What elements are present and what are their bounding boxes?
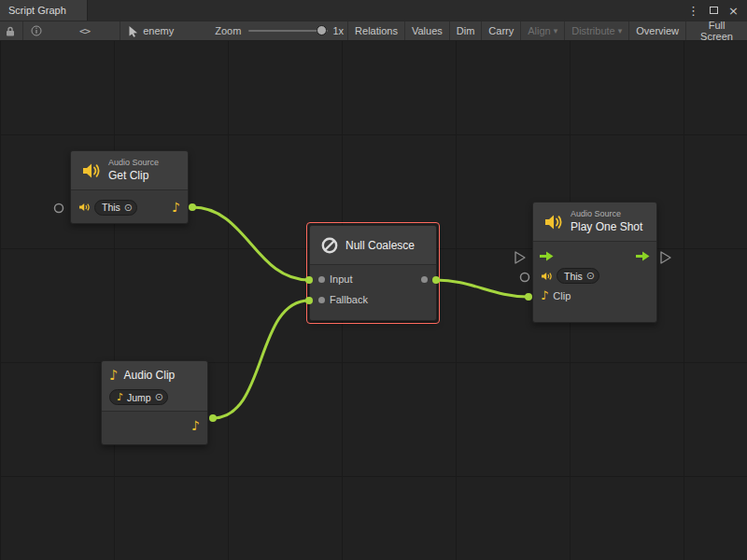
maximize-icon[interactable] (710, 7, 718, 14)
chevron-down-icon: ▾ (618, 26, 623, 35)
chevron-down-icon: ▾ (554, 26, 558, 35)
full-screen-button[interactable]: Full Screen (685, 21, 747, 40)
kebab-menu-icon[interactable]: ⋮ (687, 5, 699, 17)
values-button[interactable]: Values (404, 21, 449, 40)
distribute-button[interactable]: Distribute ▾ (564, 21, 628, 40)
graph-canvas[interactable]: Audio Source Get Clip This ⊙ ♪ (0, 41, 747, 560)
zoom-label: Zoom (215, 25, 241, 36)
wire-get-clip-to-input[interactable] (192, 207, 309, 280)
toolbar-separator (22, 21, 23, 40)
distribute-label: Distribute (571, 25, 614, 36)
cursor-icon (128, 25, 138, 37)
port-get-clip-this-input[interactable] (55, 204, 63, 213)
port-play-one-shot-this-input[interactable] (521, 273, 529, 282)
zoom-slider[interactable] (248, 21, 328, 41)
wire-endpoint-dot[interactable] (305, 297, 313, 304)
zoom-value: 1x (332, 25, 344, 36)
wires-overlay (0, 41, 747, 560)
info-icon[interactable] (25, 21, 48, 40)
carry-button[interactable]: Carry (481, 21, 520, 40)
code-preview-icon[interactable]: <> (74, 21, 95, 40)
wire-endpoint-dot[interactable] (525, 293, 532, 301)
relations-button[interactable]: Relations (347, 21, 404, 40)
wire-endpoint-dot[interactable] (209, 414, 217, 422)
wire-null-coalesce-to-clip[interactable] (436, 280, 529, 297)
tab-script-graph[interactable]: Script Graph (0, 0, 88, 21)
port-flow-input[interactable] (515, 252, 525, 263)
toolbar-buttons: Relations Values Dim Carry Align ▾ Distr… (347, 21, 747, 40)
align-label: Align (528, 25, 550, 36)
overview-button[interactable]: Overview (628, 21, 685, 40)
wire-endpoint-dot[interactable] (432, 276, 440, 284)
zoom-slider-knob[interactable] (317, 25, 327, 35)
wire-endpoint-dot[interactable] (305, 276, 313, 284)
code-icon-glyph: <> (79, 25, 90, 37)
script-graph-window: Script Graph ⋮ × <> enemy Zoom 1x (0, 0, 747, 560)
graph-owner-button[interactable]: enemy (122, 21, 179, 40)
close-icon[interactable]: × (728, 5, 739, 17)
wire-audio-clip-to-fallback[interactable] (213, 301, 309, 418)
align-button[interactable]: Align ▾ (520, 21, 564, 40)
graph-toolbar: <> enemy Zoom 1x Relations Values Dim Ca… (0, 21, 747, 41)
wire-endpoint-dot[interactable] (189, 203, 196, 211)
toolbar-separator (120, 21, 120, 40)
window-controls: ⋮ × (687, 0, 747, 21)
tab-bar: Script Graph ⋮ × (0, 0, 747, 21)
tab-title: Script Graph (8, 5, 66, 16)
dim-button[interactable]: Dim (449, 21, 482, 40)
lock-icon[interactable] (0, 21, 21, 40)
graph-owner-label: enemy (143, 25, 174, 36)
port-flow-output[interactable] (661, 252, 670, 263)
